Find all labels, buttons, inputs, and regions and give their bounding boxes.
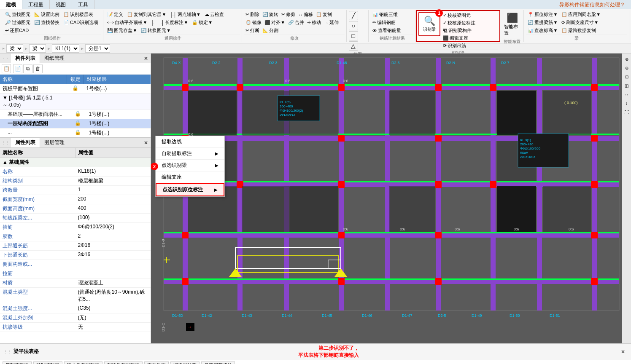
sidebar-btn-4[interactable]: ◫ xyxy=(623,82,631,89)
sidebar-btn-1[interactable]: ⊕ xyxy=(623,55,631,63)
btn-delete-col-data[interactable]: 删除当前列数据 xyxy=(104,361,143,364)
btn-cloud-check[interactable]: ☁云检查 xyxy=(203,11,226,18)
component-row-0[interactable]: 筏板平面布置图 🔒 1号楼(...) xyxy=(0,84,151,94)
context-menu-item-pick-position[interactable]: 点选识别原位标注▶ 2 xyxy=(156,183,224,196)
btn-refresh-support[interactable]: ⟳刷新支座尺寸▼ xyxy=(560,19,600,26)
tab-view[interactable]: 视图 xyxy=(50,0,72,9)
btn-length-dim[interactable]: ├──┤长度标注▼ xyxy=(149,19,190,26)
btn-add-component[interactable]: 📋 xyxy=(2,64,11,73)
btn-swap-start-span[interactable]: 调换起始跨 xyxy=(170,361,200,364)
bottom-panel-close[interactable]: ✕ xyxy=(618,348,628,356)
sidebar-btn-7[interactable]: ⛶ xyxy=(623,108,631,116)
btn-extend[interactable]: →延伸 xyxy=(323,19,340,26)
lock-icon-2: 🔒 xyxy=(75,120,81,126)
ribbon-group-label-rebar: 钢筋计算结果 xyxy=(371,35,413,41)
btn-identify-hanger[interactable]: ⟳识别吊筋 xyxy=(441,42,477,49)
btn-restore-cad[interactable]: ↩还原CAD xyxy=(3,27,30,34)
panel-close-btn[interactable]: ✕ xyxy=(141,55,151,62)
btn-edit-rebar[interactable]: ✏编辑钢筋 xyxy=(371,19,397,26)
btn-copy-span-data[interactable]: 📋梁跨数据复制 xyxy=(560,27,598,34)
btn-offset[interactable]: ↔偏移 xyxy=(297,11,314,18)
btn-find-replace[interactable]: 🔄查找替换 xyxy=(32,19,61,26)
sidebar-btn-5[interactable]: ↔ xyxy=(623,91,631,98)
btn-lock[interactable]: 🔒锁定▼ xyxy=(190,19,214,26)
btn-re-extract-rebar[interactable]: 🔄重提梁筋▼ xyxy=(526,19,559,26)
btn-draw-line[interactable]: ╱ xyxy=(349,11,358,20)
component-row-group[interactable]: ▼ [1号楼] 第-1层 (-5.1～-0.05) xyxy=(0,94,151,110)
breadcrumb-type-select[interactable]: 梁柱板 xyxy=(6,44,23,53)
breadcrumb-layer-select[interactable]: 分层1 xyxy=(85,44,110,53)
sidebar-btn-2[interactable]: ⊖ xyxy=(623,64,631,72)
btn-delete-component[interactable]: 🗑 xyxy=(33,64,43,73)
btn-merge[interactable]: 🔗合并 xyxy=(287,19,305,26)
btn-two-point-axis[interactable]: ├┤两点辅轴▼ xyxy=(168,11,202,18)
context-menu-item-pick-beam[interactable]: 点选识别梁▶ xyxy=(156,160,224,171)
btn-set-scale[interactable]: 📐设置比例 xyxy=(32,11,61,18)
btn-auto-level[interactable]: ⟺自动平齐顶板▼ xyxy=(105,19,149,26)
btn-check-beam-element[interactable]: ✓校核梁图元 xyxy=(441,12,477,19)
btn-page-settings[interactable]: 页面设置 xyxy=(144,361,169,364)
btn-rotate[interactable]: 🔄旋转 xyxy=(261,11,280,18)
breadcrumb-category-select[interactable]: 梁 xyxy=(29,44,46,53)
sidebar-btn-3[interactable]: ⊡ xyxy=(623,73,631,80)
btn-input-col-data[interactable]: 输入当前列数据 xyxy=(64,361,102,364)
btn-trim[interactable]: ✂修剪 xyxy=(280,11,297,18)
btn-draw-arc[interactable]: ○ xyxy=(349,21,358,30)
merge-icon: 🔗 xyxy=(288,20,294,25)
btn-copy-floor[interactable]: 📋复制到其它层▼ xyxy=(125,11,168,18)
btn-identify-beam-component[interactable]: 🏗识别梁构件 xyxy=(441,27,477,34)
panel-tab-component[interactable]: 构件列表 xyxy=(11,54,40,63)
btn-find-element[interactable]: 🔍查找图元 xyxy=(3,11,32,18)
panel-tab-layers[interactable]: 图层管理 xyxy=(40,138,69,147)
btn-copy-span[interactable]: 复制跨数据 xyxy=(3,361,32,364)
btn-copy[interactable]: 📋复制 xyxy=(315,11,333,18)
context-menu-item-extract-edge[interactable]: 提取边线 xyxy=(156,136,224,148)
btn-identify-floor[interactable]: 📋识别楼层表 xyxy=(62,11,95,18)
component-row-2[interactable]: 一层结构梁配筋图 🔒 1号楼(...) xyxy=(0,119,151,128)
svg-rect-41 xyxy=(338,135,345,142)
btn-break[interactable]: ✂打断 xyxy=(244,27,261,34)
btn-paste-span[interactable]: 粘贴跨数据 xyxy=(33,361,62,364)
panel-tab-properties[interactable]: 属性列表 xyxy=(11,138,40,147)
sidebar-btn-6[interactable]: ↕ xyxy=(623,99,631,107)
btn-save-element[interactable]: 💾图元存盘▼ xyxy=(105,27,139,34)
btn-clone-component[interactable]: ⧉ xyxy=(23,64,32,73)
check-beam-icon: ✓ xyxy=(443,13,447,18)
btn-draw-rect[interactable]: □ xyxy=(349,31,358,40)
tab-build[interactable]: 建模 xyxy=(0,0,22,9)
btn-position-dim[interactable]: 📍原位标注▼ xyxy=(526,11,559,18)
btn-convert[interactable]: 🔄转换图元▼ xyxy=(139,27,173,34)
component-row-3[interactable]: ... 🔒 1号楼(...) xyxy=(0,128,151,137)
btn-check-elevation[interactable]: 📊查改标高▼ xyxy=(526,27,559,34)
context-menu-item-edit-support[interactable]: 编辑支座 xyxy=(156,171,224,183)
btn-mirror[interactable]: 🪞镜像 xyxy=(244,19,263,26)
btn-check-position-dim[interactable]: ✓校核原位标注 xyxy=(441,19,477,27)
property-panel-close[interactable]: ✕ xyxy=(141,139,151,147)
btn-define[interactable]: 📝定义 xyxy=(105,11,125,18)
btn-view-rebar[interactable]: 👁查看钢筋量 xyxy=(371,27,403,34)
btn-identify-beam[interactable]: 🔍 识别梁 1 xyxy=(418,12,440,36)
btn-smart-layout[interactable]: ⬛ 智能布置 xyxy=(502,11,522,38)
context-menu-item-auto-dim[interactable]: 自动提取标注▶ xyxy=(156,148,224,160)
btn-split[interactable]: 📐分割 xyxy=(261,27,280,34)
btn-delete[interactable]: ✂删除 xyxy=(244,11,261,18)
btn-align[interactable]: ⬛对齐▼ xyxy=(263,19,286,26)
cad-canvas[interactable]: D4-X D2-2 D2-3 D1-48 D2-5 D2-N D2-7 D1-4… xyxy=(151,54,622,343)
svg-text:KL 3(1): KL 3(1) xyxy=(520,138,531,142)
tab-tools[interactable]: 工具 xyxy=(72,0,94,9)
btn-apply-same-beam[interactable]: 📋应用到同名梁▼ xyxy=(560,11,602,18)
btn-expose-rebar-code[interactable]: 暴筋钢筋代号 xyxy=(201,361,235,364)
btn-rebar-3d[interactable]: 📊钢筋三维 xyxy=(371,11,399,18)
btn-cad-options[interactable]: 📄CAD识别选项 xyxy=(62,19,100,26)
panel-tab-drawing-mgmt[interactable]: 图纸管理 xyxy=(40,54,69,63)
component-row-1[interactable]: 基础顶——层板面增柱... 🔒 1号楼(...) xyxy=(0,110,151,119)
btn-edit-support[interactable]: ⬛编辑支座 xyxy=(441,35,477,42)
tab-quantity[interactable]: 工程量 xyxy=(22,0,50,9)
btn-filter-element[interactable]: 🔎过滤图元 xyxy=(3,19,32,26)
btn-move[interactable]: ✛移动 xyxy=(306,19,322,26)
help-question[interactable]: 异形构件钢筋信息如何处理？ xyxy=(553,0,631,9)
btn-new-component[interactable]: 📄 xyxy=(13,64,22,73)
breadcrumb-element-select[interactable]: KL1(1) xyxy=(52,44,79,53)
btn-draw-poly[interactable]: △ xyxy=(349,41,358,51)
ribbon-group-drawing: 🔍查找图元 📐设置比例 📋识别楼层表 🔎过滤图元 🔄查找替换 📄CAD识别选项 xyxy=(2,10,103,42)
